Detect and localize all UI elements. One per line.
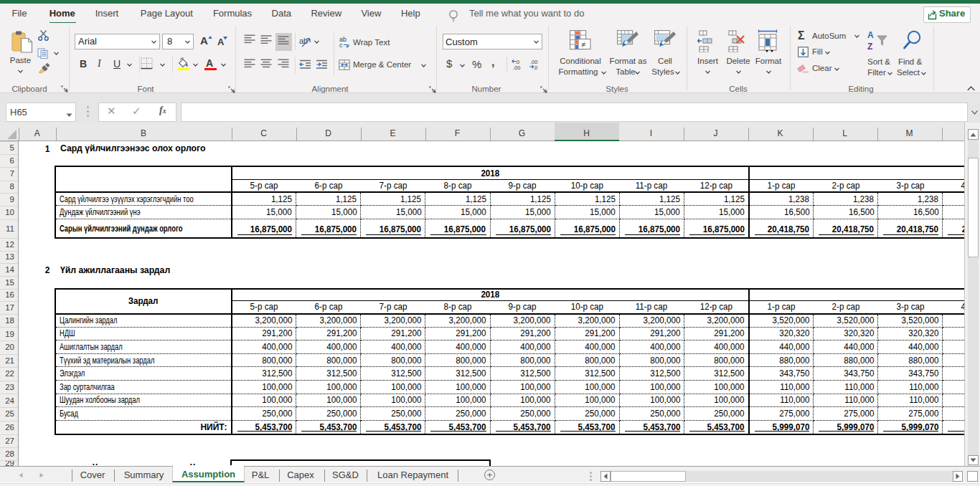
svg-text:ab: ab [299,37,308,45]
svg-text:.00: .00 [513,65,520,70]
svg-text:≠: ≠ [581,40,585,49]
svg-text:c: c [339,42,343,48]
svg-text:Z: Z [867,42,872,51]
svg-text:A: A [867,30,874,40]
